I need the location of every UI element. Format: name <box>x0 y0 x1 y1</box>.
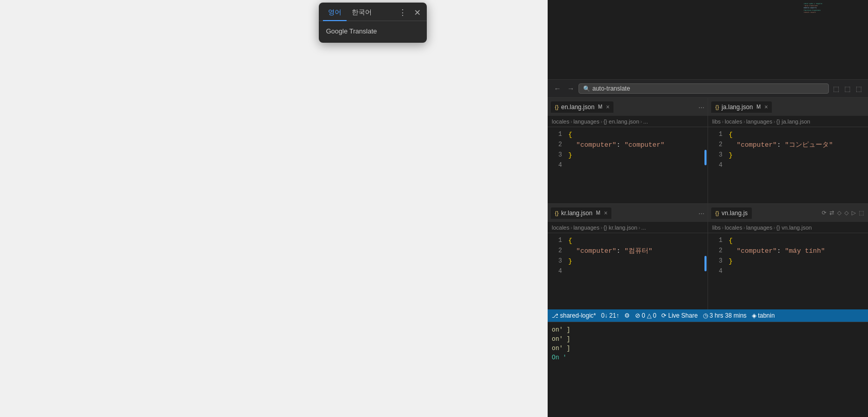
breadcrumb-en: locales › languages › {} en.lang.json › … <box>548 116 708 127</box>
minimap-code: const auto = require 'auto-translate' mo… <box>804 3 865 13</box>
pane-kr-content: 1 { 2 "computer": "컴퓨터" 3 } 4 <box>548 233 708 309</box>
json-icon-ja: {} <box>715 104 719 110</box>
terminal-line: On ' <box>552 353 864 362</box>
status-tabnine[interactable]: ◈ tabnin <box>752 312 775 319</box>
sync-btn[interactable]: ⇄ <box>828 209 835 217</box>
vn-pane-actions: ⟳ ⇄ ◇ ◇ ▷ ⬚ <box>821 209 865 217</box>
code-line: 2 "computer": "컴퓨터" <box>548 246 708 256</box>
breadcrumb-vn: libs › locales › languages › {} vn.lang.… <box>708 222 868 233</box>
tab-en-lang[interactable]: {} en.lang.json M × <box>551 101 613 113</box>
pane-tab-bar-en: {} en.lang.json M × ··· <box>548 98 708 116</box>
warning-count: 0 <box>653 312 657 319</box>
pane-tab-bar-kr: {} kr.lang.json M × ··· <box>548 204 708 222</box>
search-bar[interactable]: 🔍 auto-translate <box>578 83 829 94</box>
vscode-area: const auto = require 'auto-translate' mo… <box>548 0 868 417</box>
status-sync[interactable]: 0↓ 21↑ <box>601 312 619 319</box>
branch-icon: ⎇ <box>552 312 558 319</box>
errors-icon: ⊘ <box>635 312 640 319</box>
tab-kr-modified: M <box>596 210 600 216</box>
tab-vn-lang[interactable]: {} vn.lang.js <box>711 207 752 219</box>
tab-ja-lang[interactable]: {} ja.lang.json M × <box>711 101 772 113</box>
status-live-share[interactable]: ⟳ Live Share <box>661 312 697 319</box>
code-line: 1 { <box>708 235 868 246</box>
time-label: 3 hrs 38 mins <box>710 312 747 319</box>
layout-buttons: ⬚ ⬚ ⬚ <box>831 84 864 94</box>
code-line: 3 } <box>548 256 708 266</box>
code-line: 3 } <box>708 150 868 160</box>
tab-vn-label: vn.lang.js <box>721 210 748 217</box>
status-time[interactable]: ◷ 3 hrs 38 mins <box>703 312 747 319</box>
pane-ja-lang: {} ja.lang.json M × libs › locales › lan… <box>708 98 868 203</box>
history-btn[interactable]: ⟳ <box>821 209 827 217</box>
tab-en-label: en.lang.json <box>561 103 594 111</box>
pane-ja-content: 1 { 2 "computer": "コンピュータ" 3 } 4 <box>708 127 868 203</box>
pane-en-more[interactable]: ··· <box>698 103 704 111</box>
pane-en-content: 1 { 2 "computer": "computer" 3 } 4 <box>548 127 708 203</box>
branch-name: shared-logic* <box>560 312 596 319</box>
sync-up: 21↑ <box>609 312 619 319</box>
search-text: auto-translate <box>592 85 630 92</box>
browser-area <box>0 0 548 417</box>
breadcrumb-ja: libs › locales › languages › {} ja.lang.… <box>708 116 868 127</box>
layout-btn-2[interactable]: ⬚ <box>842 84 853 94</box>
layout-btn-1[interactable]: ⬚ <box>831 84 841 94</box>
json-icon: {} <box>555 104 558 110</box>
warnings-icon: △ <box>647 312 652 319</box>
code-line: 3 } <box>548 150 708 160</box>
pane-en-lang: {} en.lang.json M × ··· locales › langua… <box>548 98 708 203</box>
google-translate-label: Google Translate <box>326 27 377 35</box>
view-btn2[interactable]: ◇ <box>843 209 849 217</box>
tab-kr-close[interactable]: × <box>604 210 607 217</box>
forward-button[interactable]: → <box>565 83 576 94</box>
code-line: 2 "computer": "コンピュータ" <box>708 140 868 150</box>
search-icon: 🔍 <box>583 85 590 92</box>
terminal-line: on' ] <box>552 325 864 335</box>
translate-popup: 영어 한국어 ⋮ ✕ Google Translate <box>319 3 427 43</box>
tabnine-label: tabnin <box>758 312 775 319</box>
translate-tabs: 영어 한국어 ⋮ ✕ <box>319 3 427 21</box>
status-errors[interactable]: ⊘ 0 △ 0 <box>635 312 656 319</box>
code-line: 4 <box>708 266 868 276</box>
scroll-indicator <box>704 150 707 165</box>
breadcrumb-kr: locales › languages › {} kr.lang.json › … <box>548 222 708 233</box>
translate-body: Google Translate <box>319 21 427 43</box>
error-count: 0 <box>642 312 645 319</box>
breadcrumb-en-text: locales <box>552 118 569 125</box>
more-options-button[interactable]: ⋮ <box>396 8 409 18</box>
code-line: 3 } <box>708 256 868 266</box>
json-icon-vn: {} <box>715 210 719 216</box>
terminal-area: on' ] on' ] on' ] On ' <box>548 322 868 417</box>
vscode-toolbar: ← → 🔍 auto-translate ⬚ ⬚ ⬚ <box>548 80 868 98</box>
tab-ja-close[interactable]: × <box>764 103 768 111</box>
scroll-indicator-kr <box>704 256 707 271</box>
live-share-label: Live Share <box>668 312 697 319</box>
tab-kr-lang[interactable]: {} kr.lang.json M × <box>551 207 611 219</box>
code-line: 1 { <box>708 129 868 140</box>
tab-english[interactable]: 영어 <box>323 5 347 21</box>
status-format[interactable]: ⚙ <box>624 312 630 319</box>
status-bar: ⎇ shared-logic* 0↓ 21↑ ⚙ ⊘ 0 △ 0 ⟳ Live … <box>548 309 868 322</box>
view-btn1[interactable]: ◇ <box>836 209 842 217</box>
back-button[interactable]: ← <box>552 83 563 94</box>
tab-kr-label: kr.lang.json <box>561 210 592 217</box>
close-button[interactable]: ✕ <box>412 8 423 18</box>
popup-actions: ⋮ ✕ <box>396 8 423 18</box>
tab-ja-label: ja.lang.json <box>721 103 753 111</box>
json-icon-kr: {} <box>555 210 558 216</box>
tab-korean[interactable]: 한국어 <box>347 5 377 21</box>
view-btn4[interactable]: ⬚ <box>858 209 865 217</box>
view-btn3[interactable]: ▷ <box>851 209 857 217</box>
status-branch[interactable]: ⎇ shared-logic* <box>552 312 596 319</box>
code-line: 2 "computer": "computer" <box>548 140 708 150</box>
terminal-line: on' ] <box>552 335 864 344</box>
layout-btn-3[interactable]: ⬚ <box>854 84 864 94</box>
code-line: 2 "computer": "máy tính" <box>708 246 868 256</box>
pane-kr-more[interactable]: ··· <box>698 209 704 217</box>
code-line: 1 { <box>548 129 708 140</box>
pane-tab-bar-ja: {} ja.lang.json M × <box>708 98 868 116</box>
code-line: 4 <box>548 266 708 276</box>
minimap-area: const auto = require 'auto-translate' mo… <box>548 0 868 80</box>
code-line: 4 <box>548 160 708 170</box>
tab-en-close[interactable]: × <box>606 103 609 111</box>
time-icon: ◷ <box>703 312 708 319</box>
